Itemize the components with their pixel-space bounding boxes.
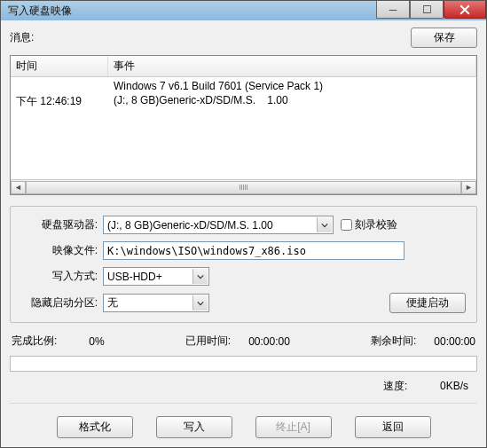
done-label: 完成比例:: [12, 334, 57, 349]
scroll-left-arrow[interactable]: ◄: [11, 181, 26, 194]
done-value: 0%: [89, 335, 104, 348]
content-area: 消息: 保存 时间 事件 Windows 7 v6.1 Build 7601 (…: [1, 20, 486, 447]
horizontal-scrollbar[interactable]: ◄ ►: [11, 179, 476, 194]
write-mode-label: 写入方式:: [21, 269, 103, 284]
close-button[interactable]: [444, 1, 486, 19]
log-event: Windows 7 v6.1 Build 7601 (Service Pack …: [108, 79, 476, 93]
minimize-button[interactable]: ─: [376, 1, 410, 19]
verify-checkbox-input[interactable]: [341, 219, 352, 231]
progress-bar: [10, 356, 477, 372]
elapsed-label: 已用时间:: [185, 334, 231, 349]
action-buttons: 格式化 写入 终止[A] 返回: [10, 416, 477, 438]
drive-select[interactable]: (J:, 8 GB)Generic-xD/SD/M.S. 1.00: [103, 216, 334, 234]
image-file-input[interactable]: [103, 241, 405, 260]
log-table: 时间 事件 Windows 7 v6.1 Build 7601 (Service…: [10, 55, 477, 195]
scroll-thumb[interactable]: [26, 181, 461, 194]
divider: [10, 403, 477, 404]
format-button[interactable]: 格式化: [57, 416, 133, 438]
log-time: 下午 12:46:19: [11, 93, 108, 110]
drive-label: 硬盘驱动器:: [21, 217, 103, 232]
verify-label: 刻录校验: [355, 217, 397, 232]
chevron-down-icon: [317, 217, 332, 232]
elapsed-value: 00:00:00: [248, 335, 290, 348]
close-icon: [460, 4, 470, 15]
scroll-right-arrow[interactable]: ►: [461, 181, 476, 194]
log-row[interactable]: 下午 12:46:19 (J:, 8 GB)Generic-xD/SD/M.S.…: [11, 93, 476, 110]
drive-value: (J:, 8 GB)Generic-xD/SD/M.S. 1.00: [107, 219, 273, 232]
write-mode-select[interactable]: USB-HDD+: [103, 267, 209, 286]
speed-label: 速度:: [383, 380, 407, 392]
log-event: (J:, 8 GB)Generic-xD/SD/M.S. 1.00: [108, 93, 476, 110]
speed-value: 0KB/s: [440, 380, 468, 392]
hidden-partition-label: 隐藏启动分区:: [21, 295, 103, 310]
write-button[interactable]: 写入: [156, 416, 232, 438]
remain-label: 剩余时间:: [371, 334, 416, 349]
dialog-window: 写入硬盘映像 ─ ☐ 消息: 保存 时间 事件 Windows 7 v6.1 B…: [0, 0, 487, 448]
hidden-partition-value: 无: [107, 295, 118, 310]
settings-group: 硬盘驱动器: (J:, 8 GB)Generic-xD/SD/M.S. 1.00…: [10, 206, 477, 323]
window-title: 写入硬盘映像: [1, 4, 72, 19]
back-button[interactable]: 返回: [355, 416, 431, 438]
abort-button: 终止[A]: [255, 416, 332, 438]
remain-value: 00:00:00: [434, 335, 475, 348]
convenient-boot-button[interactable]: 便捷启动: [389, 293, 466, 313]
chevron-down-icon: [192, 269, 208, 284]
image-label: 映像文件:: [21, 243, 103, 258]
chevron-down-icon: [192, 295, 208, 310]
log-body: Windows 7 v6.1 Build 7601 (Service Pack …: [11, 77, 476, 179]
maximize-button[interactable]: ☐: [410, 1, 444, 19]
save-button[interactable]: 保存: [411, 28, 477, 48]
hidden-partition-select[interactable]: 无: [103, 294, 209, 312]
write-mode-value: USB-HDD+: [107, 271, 162, 283]
titlebar[interactable]: 写入硬盘映像 ─ ☐: [1, 1, 486, 20]
window-buttons: ─ ☐: [376, 1, 486, 19]
log-row[interactable]: Windows 7 v6.1 Build 7601 (Service Pack …: [11, 79, 476, 93]
col-time-header[interactable]: 时间: [11, 56, 108, 76]
log-time: [11, 79, 108, 93]
verify-checkbox[interactable]: 刻录校验: [341, 217, 397, 232]
log-header: 时间 事件: [11, 56, 476, 77]
scroll-track[interactable]: [26, 181, 461, 194]
message-label: 消息:: [10, 30, 34, 45]
col-event-header[interactable]: 事件: [108, 56, 476, 76]
